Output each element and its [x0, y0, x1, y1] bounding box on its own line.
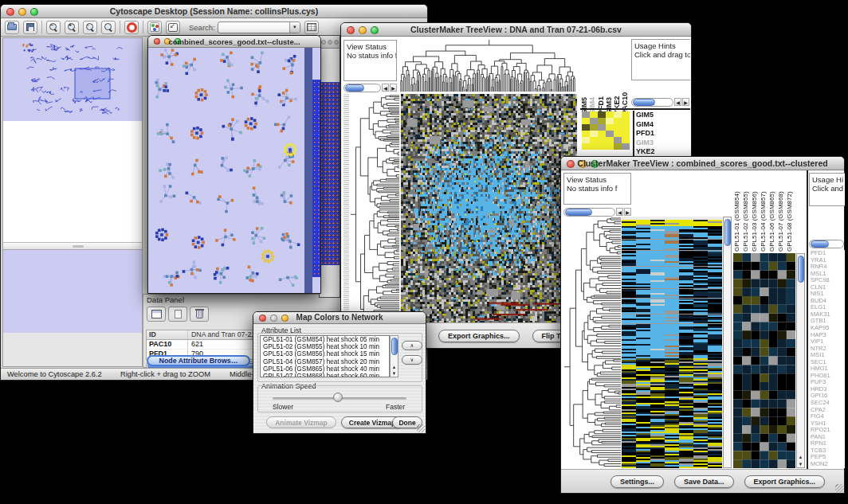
- array-column-label[interactable]: GPL51-04 (GSM857): [760, 173, 768, 252]
- attribute-list-item[interactable]: GPL51-06 (GSM865) heat shock 40 min: [261, 365, 389, 373]
- scroll-left-icon[interactable]: ◀: [382, 84, 389, 92]
- slower-label: Slower: [273, 403, 293, 411]
- array-column-label[interactable]: GPL51-07 (GSM868): [777, 173, 786, 252]
- column-dendrogram-canvas[interactable]: [399, 39, 576, 92]
- scroll-left-icon[interactable]: ◀: [616, 208, 623, 216]
- attribute-list-item[interactable]: GPL51-04 (GSM857) heat shock 20 min: [261, 358, 389, 365]
- footer-button[interactable]: Save Data...: [674, 475, 734, 488]
- scroll-thumb[interactable]: [811, 240, 829, 248]
- footer-button[interactable]: Settings...: [610, 475, 664, 488]
- node-attribute-browser-tab[interactable]: Node Attribute Brows…: [147, 355, 250, 366]
- row-dendrogram-canvas[interactable]: [344, 94, 399, 337]
- scroll-up-icon[interactable]: ▲: [797, 455, 804, 459]
- panel-splitter[interactable]: [3, 243, 142, 250]
- heatmap-canvas[interactable]: [622, 217, 722, 468]
- network-view-canvas[interactable]: [148, 48, 320, 293]
- scroll-up-icon[interactable]: ▲: [391, 365, 398, 369]
- zoom-fit-button[interactable]: ▫: [83, 21, 97, 34]
- row-dendrogram-canvas[interactable]: [563, 217, 621, 468]
- scroll-right-icon[interactable]: ▶: [390, 84, 397, 92]
- attribute-list-item[interactable]: GPL51-02 (GSM855) heat shock 10 min: [261, 343, 389, 350]
- divider: [580, 108, 690, 110]
- usage-hints-scrollbar[interactable]: [809, 239, 844, 248]
- gene-column-label[interactable]: YKE2: [613, 39, 621, 115]
- divider: [807, 170, 808, 469]
- gene-row-label[interactable]: YKE2: [636, 147, 689, 157]
- resize-grip[interactable]: [417, 424, 425, 432]
- zoom-heatmap-canvas[interactable]: [733, 253, 795, 468]
- gene-column-label[interactable]: GIM3: [605, 39, 613, 115]
- correlation-matrix-canvas[interactable]: [582, 111, 630, 150]
- open-session-button[interactable]: [5, 21, 19, 34]
- attribute-list[interactable]: GPL51-01 (GSM854) heat shock 05 minGPL51…: [260, 335, 390, 377]
- attribute-browser-button[interactable]: [304, 21, 319, 34]
- array-column-label[interactable]: GPL51-03 (GSM856): [751, 173, 760, 252]
- dialog-titlebar[interactable]: Map Colors to Network: [253, 312, 426, 324]
- zoom-out-button[interactable]: −: [46, 21, 61, 34]
- gene-name[interactable]: MON2: [811, 461, 845, 468]
- scroll-left-icon[interactable]: ◀: [674, 98, 681, 106]
- zoom-vscrollbar[interactable]: ▲ ▼: [796, 253, 805, 468]
- search-value[interactable]: [218, 22, 289, 33]
- speed-slider-thumb[interactable]: [333, 393, 343, 402]
- gene-column-label[interactable]: PFD1: [597, 39, 605, 115]
- scroll-thumb[interactable]: [633, 99, 655, 106]
- array-column-label[interactable]: GPL51-06 (GSM865): [768, 173, 777, 252]
- scroll-right-icon[interactable]: ▶: [682, 98, 689, 106]
- treeview2-titlebar[interactable]: ClusterMaker TreeView : combined_scores_…: [561, 157, 844, 170]
- background-window-titlebar[interactable]: [320, 36, 340, 49]
- status-zoom-hint: Right-click + drag to ZOOM: [120, 370, 210, 378]
- save-session-button[interactable]: [23, 21, 37, 34]
- main-titlebar[interactable]: Cytoscape Desktop (Session Name: collins…: [1, 5, 427, 18]
- move-down-button[interactable]: ∨: [402, 355, 422, 365]
- gene-column-label[interactable]: PAC10: [621, 39, 629, 115]
- scroll-right-icon[interactable]: ▶: [624, 208, 631, 216]
- gene-column-label[interactable]: GIM4: [588, 39, 596, 115]
- footer-button[interactable]: Export Graphics...: [438, 330, 520, 342]
- attribute-list-item[interactable]: GPL51-03 (GSM856) heat shock 15 min: [261, 350, 389, 357]
- new-attribute-button[interactable]: [168, 307, 187, 322]
- scroll-down-icon[interactable]: ▼: [797, 462, 804, 467]
- array-column-label[interactable]: GPL51-08 (GSM872): [786, 173, 795, 252]
- scroll-thumb[interactable]: [391, 338, 398, 355]
- footer-button[interactable]: Export Graphics...: [744, 475, 826, 488]
- scroll-thumb[interactable]: [345, 84, 365, 92]
- zoom-selected-button[interactable]: [101, 21, 116, 34]
- col-id[interactable]: ID: [147, 330, 188, 339]
- resize-grip[interactable]: [835, 484, 843, 492]
- heatmap-vscrollbar[interactable]: [723, 217, 732, 468]
- usage-hints-scrollbar[interactable]: ◀ ▶: [631, 97, 689, 107]
- attribute-list-item[interactable]: GPL51-07 (GSM868) heat shock 60 min: [261, 373, 389, 377]
- attribute-list-item[interactable]: GPL51-01 (GSM854) heat shock 05 min: [261, 336, 389, 343]
- gene-column-label[interactable]: GIM5: [580, 39, 588, 115]
- zoom-in-button[interactable]: +: [65, 21, 79, 34]
- gene-row-label[interactable]: GIM4: [636, 120, 689, 130]
- scroll-thumb[interactable]: [724, 219, 731, 246]
- array-column-label[interactable]: GPL51-02 (GSM855): [742, 173, 751, 252]
- gene-row-label[interactable]: GIM3: [636, 139, 689, 148]
- search-dropdown[interactable]: ▼: [289, 22, 300, 33]
- move-up-button[interactable]: ∧: [402, 341, 422, 350]
- network-view-titlebar[interactable]: combined_scores_good.txt--cluste...: [148, 36, 320, 48]
- search-input[interactable]: ▼: [218, 21, 300, 33]
- treeview1-titlebar[interactable]: ClusterMaker TreeView : DNA and Tran 07-…: [341, 23, 691, 37]
- help-button[interactable]: [124, 21, 139, 34]
- delete-attribute-button[interactable]: [190, 307, 209, 322]
- view-status-scrollbar[interactable]: ◀ ▶: [563, 207, 631, 217]
- attribute-list-scrollbar[interactable]: ▲ ▼: [390, 335, 398, 377]
- animate-vizmap-button[interactable]: Animate Vizmap: [266, 416, 336, 428]
- network-overview-canvas[interactable]: [3, 38, 142, 121]
- scroll-down-icon[interactable]: ▼: [391, 371, 398, 376]
- trash-icon: [196, 310, 203, 318]
- gene-row-label[interactable]: GIM5: [636, 111, 689, 120]
- view-status-title: View Status: [567, 175, 628, 184]
- select-attributes-button[interactable]: [147, 307, 166, 322]
- vizmapper-button[interactable]: [147, 21, 162, 34]
- gene-row-label[interactable]: PFD1: [636, 129, 689, 139]
- scroll-thumb[interactable]: [798, 256, 804, 283]
- array-column-label[interactable]: GPL51-01 (GSM854): [733, 173, 742, 252]
- heatmap-canvas[interactable]: [401, 94, 577, 337]
- view-status-scrollbar[interactable]: ◀ ▶: [344, 83, 397, 92]
- scroll-thumb[interactable]: [565, 209, 593, 216]
- annotation-button[interactable]: [166, 21, 180, 34]
